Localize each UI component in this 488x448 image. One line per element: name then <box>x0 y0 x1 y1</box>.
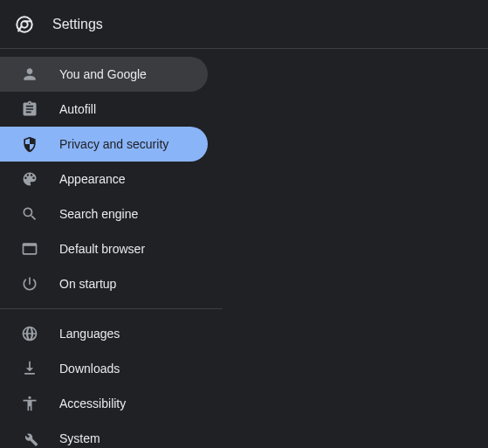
sidebar-item-on-startup[interactable]: On startup <box>0 266 208 301</box>
header: Settings <box>0 0 488 49</box>
sidebar-item-label: Languages <box>59 327 120 341</box>
sidebar-item-label: System <box>59 431 100 445</box>
sidebar-item-label: On startup <box>59 277 116 291</box>
sidebar-divider <box>0 308 223 309</box>
globe-icon <box>21 325 38 342</box>
sidebar-item-label: Default browser <box>59 242 145 256</box>
sidebar-item-label: Search engine <box>59 207 138 221</box>
sidebar-item-autofill[interactable]: Autofill <box>0 92 208 127</box>
palette-icon <box>21 170 38 188</box>
sidebar-item-search-engine[interactable]: Search engine <box>0 196 208 231</box>
person-icon <box>21 65 38 83</box>
sidebar-item-default-browser[interactable]: Default browser <box>0 231 208 266</box>
shield-icon <box>21 135 38 153</box>
accessibility-icon <box>21 395 38 412</box>
chrome-logo-icon <box>14 14 35 35</box>
sidebar: You and Google Autofill Privacy and secu… <box>0 49 223 448</box>
sidebar-item-label: Downloads <box>59 362 120 376</box>
sidebar-item-label: You and Google <box>59 67 147 81</box>
assignment-icon <box>21 100 38 118</box>
sidebar-item-label: Autofill <box>59 102 96 116</box>
power-icon <box>21 275 38 293</box>
sidebar-item-system[interactable]: System <box>0 421 208 448</box>
sidebar-item-label: Privacy and security <box>59 137 168 151</box>
sidebar-item-label: Accessibility <box>59 396 126 410</box>
search-icon <box>21 205 38 223</box>
sidebar-item-downloads[interactable]: Downloads <box>0 351 208 386</box>
sidebar-item-you-and-google[interactable]: You and Google <box>0 57 208 92</box>
sidebar-item-languages[interactable]: Languages <box>0 316 208 351</box>
wrench-icon <box>21 430 38 447</box>
sidebar-item-privacy-security[interactable]: Privacy and security <box>0 127 208 162</box>
sidebar-item-appearance[interactable]: Appearance <box>0 162 208 196</box>
sidebar-item-accessibility[interactable]: Accessibility <box>0 386 208 421</box>
download-icon <box>21 360 38 377</box>
sidebar-item-label: Appearance <box>59 172 126 186</box>
browser-icon <box>21 240 38 258</box>
page-title: Settings <box>52 17 103 32</box>
